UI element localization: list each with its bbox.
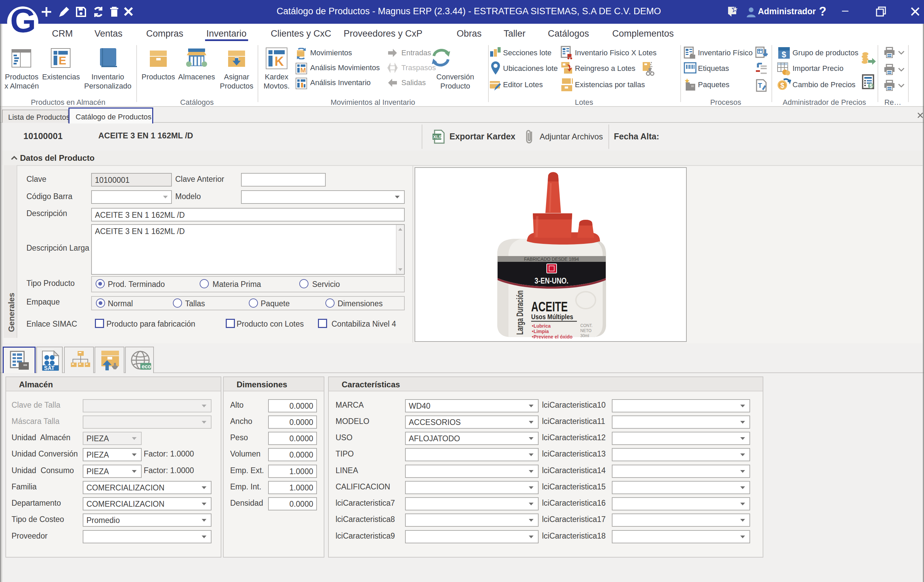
svg-text:$: $ (780, 81, 784, 89)
svg-text:$: $ (870, 83, 873, 89)
svg-text:•Limpia: •Limpia (532, 329, 549, 334)
svg-text:FABRICADO DESDE 1894: FABRICADO DESDE 1894 (524, 256, 579, 262)
svg-text:•Previene el óxido: •Previene el óxido (532, 334, 573, 339)
svg-text:SAT: SAT (44, 365, 54, 371)
svg-text:Usos Múltiples: Usos Múltiples (531, 313, 573, 321)
svg-text:eco: eco (142, 364, 151, 369)
svg-text:T: T (758, 82, 762, 89)
svg-text:$: $ (782, 50, 786, 59)
svg-text:Larga Duración: Larga Duración (515, 290, 525, 335)
svg-text:K: K (275, 54, 284, 68)
svg-text:CONT.: CONT. (580, 323, 592, 328)
svg-text:NETO: NETO (580, 328, 591, 333)
svg-text:•Lubrica: •Lubrica (532, 323, 551, 329)
svg-text:30ml: 30ml (580, 333, 589, 338)
svg-text:ACEITE: ACEITE (531, 299, 568, 314)
svg-text:M: M (300, 66, 306, 74)
svg-text:XLS: XLS (433, 134, 442, 139)
svg-text:E: E (59, 54, 66, 67)
svg-text:3-EN-UNO.: 3-EN-UNO. (535, 276, 568, 285)
